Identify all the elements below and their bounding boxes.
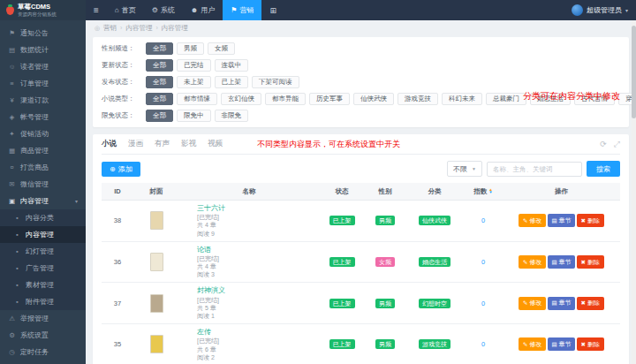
sidebar-subitem-content-manage[interactable]: ▪内容管理: [0, 226, 86, 243]
topnav-home[interactable]: ⌂首页: [107, 0, 144, 20]
delete-button[interactable]: ✖删除: [577, 297, 603, 310]
chapters-button[interactable]: ▤章节: [548, 255, 575, 269]
filter-option[interactable]: 游戏竞技: [398, 93, 438, 105]
sidebar-item-promo[interactable]: ✦促销活动: [0, 125, 86, 142]
chapters-button[interactable]: ▤章节: [548, 214, 575, 227]
filter-option[interactable]: 都市异能: [265, 93, 306, 105]
book-cover[interactable]: [150, 211, 163, 230]
topnav-user[interactable]: ☻用户: [183, 0, 223, 20]
fullscreen-icon[interactable]: ⤢: [614, 140, 620, 149]
user-menu-caret-icon[interactable]: ▾: [625, 7, 628, 13]
filter-option[interactable]: 男频: [177, 42, 204, 55]
sidebar-item-goods[interactable]: ▦商品管理: [0, 142, 86, 159]
tab-小说[interactable]: 小说: [102, 134, 117, 154]
sidebar-item-report[interactable]: ⚠举报管理: [0, 310, 86, 327]
filter-option[interactable]: 已上架: [215, 76, 249, 88]
scrollbar[interactable]: [632, 20, 636, 364]
filter-option[interactable]: 下架可阅读: [252, 76, 299, 88]
index-link[interactable]: 0: [481, 216, 485, 224]
sidebar-item-readers[interactable]: ☺读者管理: [0, 58, 86, 75]
topnav-system[interactable]: ⚙系统: [144, 0, 183, 20]
search-input[interactable]: [487, 162, 582, 177]
index-link[interactable]: 0: [481, 340, 485, 348]
user-name[interactable]: 超级管理员: [587, 5, 622, 15]
delete-button[interactable]: ✖删除: [577, 255, 603, 269]
sidebar-item-reward[interactable]: ¤打赏商品: [0, 159, 86, 176]
chapters-button[interactable]: ▤章节: [548, 337, 575, 351]
add-button[interactable]: ⊕ 添加: [102, 162, 140, 177]
edit-button[interactable]: ✎修改: [519, 214, 545, 227]
search-button[interactable]: 搜索: [587, 161, 620, 177]
avatar[interactable]: [572, 4, 583, 16]
filter-option[interactable]: 非限免: [215, 110, 249, 122]
filter-option[interactable]: 科幻未来: [442, 93, 482, 105]
filter-option[interactable]: 全部: [146, 110, 173, 122]
filter-option[interactable]: 全部: [146, 76, 173, 88]
edit-button[interactable]: ✎修改: [519, 337, 545, 351]
edit-button[interactable]: ✎修改: [519, 297, 545, 310]
filter-option[interactable]: 未上架: [177, 76, 211, 88]
search-type-select[interactable]: 不限 ▼: [447, 161, 482, 177]
tab-视频[interactable]: 视频: [208, 134, 223, 154]
apps-grid-icon[interactable]: ⊞: [261, 6, 284, 15]
book-title-link[interactable]: 左传: [197, 328, 317, 337]
column-header[interactable]: 指数▲▼: [464, 183, 503, 201]
cell-id: 38: [102, 201, 133, 242]
filter-panel: 性别频道：全部男频女频更新状态：全部已完结连载中发布状态：全部未上架已上架下架可…: [93, 37, 629, 127]
sidebar-item-notice[interactable]: ⚑通知公告: [0, 25, 86, 42]
book-cover[interactable]: [150, 294, 163, 313]
scrollbar-thumb[interactable]: [632, 26, 636, 118]
sidebar-item-orders[interactable]: ≡订单管理: [0, 75, 86, 92]
sidebar-item-content[interactable]: ▣内容管理▾: [0, 193, 86, 209]
filter-option[interactable]: 全部: [146, 93, 173, 105]
filter-option[interactable]: 已完结: [177, 59, 211, 72]
sort-desc-icon[interactable]: ▼: [488, 192, 492, 194]
sidebar-item-stats[interactable]: ▤数据统计: [0, 42, 86, 58]
filter-option[interactable]: 限免中: [177, 110, 211, 122]
book-cover[interactable]: [150, 335, 163, 353]
breadcrumb-separator: ›: [120, 25, 122, 31]
sidebar-item-label: 商品管理: [20, 146, 49, 155]
sidebar-item-cron[interactable]: ◷定时任务: [0, 344, 86, 360]
filter-option[interactable]: 都市情缘: [177, 93, 217, 105]
edit-button[interactable]: ✎修改: [519, 255, 545, 269]
delete-button[interactable]: ✖删除: [577, 337, 603, 351]
sidebar-item-wechat[interactable]: ✉微信管理: [0, 176, 86, 193]
filter-option[interactable]: 全部: [146, 59, 173, 72]
table-toolbar: ⊕ 添加 不限 ▼ 搜索: [102, 161, 620, 177]
tab-有声[interactable]: 有声: [155, 134, 170, 154]
filter-option[interactable]: 连载中: [215, 59, 249, 72]
topnav-marketing[interactable]: ⚑营销: [223, 0, 261, 20]
index-link[interactable]: 0: [481, 258, 485, 266]
filter-option[interactable]: 女频: [208, 42, 235, 55]
book-cover[interactable]: [150, 253, 163, 271]
sidebar-item-settings[interactable]: ⚙系统设置: [0, 327, 86, 344]
book-finish-state: [已完结]: [197, 254, 317, 262]
index-link[interactable]: 0: [481, 300, 485, 307]
sidebar-subitem-materials[interactable]: ▪素材管理: [0, 277, 86, 293]
sidebar-subitem-content-category[interactable]: ▪内容分类: [0, 209, 86, 226]
sidebar-subitem-attachments[interactable]: ▪附件管理: [0, 293, 86, 310]
book-title-link[interactable]: 论语: [197, 246, 317, 254]
filter-option[interactable]: 玄幻仙侠: [221, 93, 261, 105]
tab-影视[interactable]: 影视: [181, 134, 196, 154]
delete-button[interactable]: ✖删除: [577, 214, 603, 227]
breadcrumb-item-marketing[interactable]: 营销: [103, 24, 117, 33]
sidebar-item-accounts[interactable]: ◈帐号管理: [0, 109, 86, 125]
sidebar-item-channel[interactable]: ¥渠道订款: [0, 92, 86, 109]
filter-option[interactable]: 仙侠武侠: [353, 93, 394, 105]
book-title-link[interactable]: 三十六计: [197, 204, 317, 213]
dot-icon: ▪: [13, 214, 21, 222]
bullhorn-icon: ⚑: [8, 29, 16, 37]
tab-漫画[interactable]: 漫画: [128, 134, 143, 154]
chapters-button[interactable]: ▤章节: [548, 297, 575, 310]
filter-option[interactable]: 历史军事: [309, 93, 350, 105]
filter-option[interactable]: 全部: [146, 42, 173, 55]
menu-toggle-icon[interactable]: ≡: [86, 5, 107, 15]
breadcrumb-item-content[interactable]: 内容管理: [125, 24, 152, 33]
refresh-icon[interactable]: ⟳: [600, 140, 607, 149]
filter-option[interactable]: 总裁豪门: [486, 93, 526, 105]
book-title-link[interactable]: 封神演义: [197, 286, 317, 295]
sidebar-subitem-slides[interactable]: ▪幻灯管理: [0, 243, 86, 260]
sidebar-subitem-ads[interactable]: ▪广告管理: [0, 260, 86, 277]
